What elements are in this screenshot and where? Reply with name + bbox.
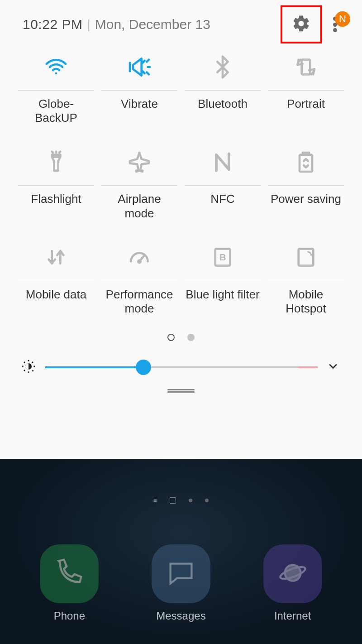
- phone-icon: [53, 557, 85, 591]
- tile-hotspot[interactable]: Mobile Hotspot: [267, 236, 345, 331]
- overflow-menu-button[interactable]: N: [330, 15, 348, 34]
- svg-text:B: B: [219, 252, 226, 262]
- tile-label: Portrait: [287, 97, 325, 111]
- svg-rect-1: [300, 155, 312, 172]
- home-page-icon: [170, 497, 176, 504]
- page-indicator[interactable]: [9, 331, 353, 351]
- dock-app-messages[interactable]: Messages: [152, 544, 210, 622]
- svg-rect-5: [299, 249, 314, 266]
- home-screen-backdrop: ≡ Phone Messages Internet: [0, 459, 362, 644]
- hotspot-icon: [293, 245, 319, 272]
- dock-app-label: Messages: [156, 610, 205, 622]
- tile-wifi[interactable]: Globe-BackUP: [17, 45, 95, 140]
- page-dot-1: [167, 334, 175, 341]
- tile-performance[interactable]: Performance mode: [100, 236, 178, 331]
- tile-power-saving[interactable]: Power saving: [267, 140, 345, 235]
- tile-label: NFC: [210, 192, 234, 206]
- flashlight-icon: [43, 149, 69, 177]
- tile-blue-light[interactable]: B Blue light filter: [184, 236, 262, 331]
- nfc-icon: [210, 149, 235, 177]
- messages-icon: [165, 557, 197, 591]
- tile-bluetooth[interactable]: Bluetooth: [184, 45, 262, 140]
- tile-nfc[interactable]: NFC: [184, 140, 262, 235]
- brightness-slider[interactable]: [45, 366, 318, 368]
- tile-label: Performance mode: [102, 288, 176, 316]
- app-dock: Phone Messages Internet: [0, 544, 362, 622]
- airplane-icon: [127, 149, 152, 177]
- brightness-row: [9, 351, 353, 384]
- notification-badge: N: [335, 11, 350, 27]
- gear-icon[interactable]: [292, 14, 311, 35]
- tile-label: Flashlight: [31, 192, 81, 206]
- settings-highlight-box: [281, 5, 322, 43]
- brightness-icon: [21, 359, 36, 376]
- svg-point-2: [138, 260, 141, 263]
- tile-label: Blue light filter: [186, 288, 259, 302]
- apps-grid-icon: ≡: [153, 497, 157, 504]
- dock-app-internet[interactable]: Internet: [263, 544, 322, 622]
- svg-rect-0: [302, 59, 310, 74]
- tile-label: Vibrate: [121, 97, 158, 111]
- mini-page-indicator: ≡: [0, 497, 362, 504]
- dock-app-label: Phone: [54, 610, 85, 622]
- status-header: 10:22 PM | Mon, December 13 N: [9, 0, 353, 41]
- bluetooth-icon: [210, 54, 235, 82]
- tile-label: Globe-BackUP: [19, 97, 93, 125]
- tile-vibrate[interactable]: Vibrate: [100, 45, 178, 140]
- tile-label: Power saving: [271, 192, 341, 206]
- vibrate-icon: [127, 54, 152, 82]
- gauge-icon: [127, 245, 152, 272]
- blue-light-icon: B: [210, 245, 235, 272]
- time-date-divider: |: [87, 17, 90, 32]
- quick-settings-panel: 10:22 PM | Mon, December 13 N Globe-Back…: [0, 0, 362, 459]
- tile-label: Mobile Hotspot: [269, 288, 343, 316]
- tile-flashlight[interactable]: Flashlight: [17, 140, 95, 235]
- expand-brightness-button[interactable]: [327, 360, 339, 375]
- tile-label: Airplane mode: [102, 192, 176, 220]
- panel-drag-handle[interactable]: [9, 384, 353, 394]
- planet-icon: [277, 557, 309, 591]
- tile-rotation[interactable]: Portrait: [267, 45, 345, 140]
- tile-label: Mobile data: [26, 288, 86, 302]
- page-dot: [189, 499, 192, 502]
- tile-airplane[interactable]: Airplane mode: [100, 140, 178, 235]
- clock-time: 10:22 PM: [23, 17, 82, 32]
- quick-tiles-grid: Globe-BackUP Vibrate Bluetooth Portrait: [9, 41, 353, 331]
- tile-mobile-data[interactable]: Mobile data: [17, 236, 95, 331]
- battery-recycle-icon: [293, 149, 319, 177]
- page-dot-2: [187, 334, 195, 341]
- header-date: Mon, December 13: [95, 17, 210, 32]
- auto-rotate-icon: [293, 54, 319, 82]
- mobile-data-icon: [43, 245, 69, 272]
- brightness-thumb[interactable]: [136, 360, 151, 375]
- wifi-icon: [43, 54, 69, 82]
- page-dot: [205, 499, 209, 502]
- tile-label: Bluetooth: [198, 97, 248, 111]
- dock-app-phone[interactable]: Phone: [40, 544, 99, 622]
- dock-app-label: Internet: [274, 610, 311, 622]
